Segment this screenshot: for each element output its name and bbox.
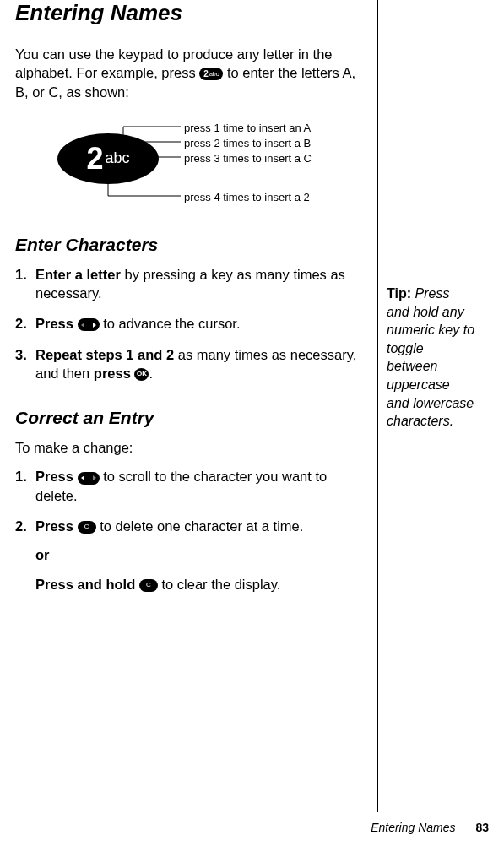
c-key-icon: C — [78, 521, 96, 534]
key-2abc-icon: 2abc — [199, 68, 223, 80]
step-number: 1. — [15, 265, 27, 284]
enter-characters-list: 1. Enter a letter by pressing a key as m… — [15, 265, 366, 382]
step-bold: Press — [35, 469, 78, 484]
footer-page-number: 83 — [475, 821, 489, 834]
step-number: 3. — [15, 345, 27, 364]
key-diagram: 2 abc press 1 time to insert an A press … — [15, 117, 366, 209]
tip-text: Press and hold any numeric key to toggle… — [387, 286, 474, 428]
step-bold: press — [94, 366, 135, 381]
step-number: 2. — [15, 517, 27, 535]
heading-enter-characters: Enter Characters — [15, 235, 366, 255]
correct-entry-intro: To make a change: — [15, 438, 366, 457]
tip-label: Tip: — [387, 286, 411, 301]
step-bold: Press — [35, 518, 78, 534]
big-key-number: 2 — [86, 141, 103, 176]
key-2-letters: abc — [209, 70, 219, 78]
or-text: or — [35, 547, 366, 563]
step-bold: Press — [35, 316, 78, 331]
list-item: 2. Press to advance the cursor. — [35, 314, 366, 333]
main-column: Entering Names You can use the keypad to… — [15, 0, 378, 812]
list-item: 1. Enter a letter by pressing a key as m… — [35, 265, 366, 303]
c-key-icon: C — [139, 579, 158, 592]
callout-1: press 1 time to insert an A — [184, 122, 311, 134]
step-bold: Repeat steps 1 and 2 — [35, 347, 174, 362]
callout-3: press 3 times to insert a C — [184, 152, 312, 165]
intro-paragraph: You can use the keypad to produce any le… — [15, 45, 366, 101]
step-number: 1. — [15, 467, 27, 485]
tip-paragraph: Tip: Press and hold any numeric key to t… — [387, 285, 475, 431]
key-2-number: 2 — [203, 68, 209, 80]
correct-entry-list: 1. Press to scroll to the character you … — [15, 467, 366, 535]
heading-correct-entry: Correct an Entry — [15, 408, 366, 428]
hold-text: to clear the display. — [161, 577, 280, 592]
footer-section: Entering Names — [371, 821, 455, 834]
side-column: Tip: Press and hold any numeric key to t… — [378, 0, 475, 812]
step-number: 2. — [15, 314, 27, 333]
big-key-2abc-icon: 2 abc — [57, 133, 159, 184]
page-footer: Entering Names 83 — [371, 821, 489, 834]
right-arrow-key-icon — [78, 318, 100, 331]
list-item: 1. Press to scroll to the character you … — [35, 467, 366, 505]
page-title: Entering Names — [15, 0, 366, 26]
step-tail: . — [149, 366, 153, 381]
hold-bold: Press and hold — [35, 577, 139, 592]
step-text: to advance the cursor. — [103, 316, 240, 331]
callout-2: press 2 times to insert a B — [184, 137, 311, 149]
callout-4: press 4 times to insert a 2 — [184, 191, 310, 203]
step-text: to delete one character at a time. — [100, 518, 303, 534]
step-bold: Enter a letter — [35, 267, 121, 282]
ok-key-icon: OK — [134, 368, 149, 381]
left-right-key-icon — [78, 472, 100, 485]
list-item: 3. Repeat steps 1 and 2 as many times as… — [35, 345, 366, 383]
press-hold-line: Press and hold C to clear the display. — [35, 575, 366, 594]
big-key-letters: abc — [106, 149, 130, 167]
list-item: 2. Press C to delete one character at a … — [35, 517, 366, 535]
